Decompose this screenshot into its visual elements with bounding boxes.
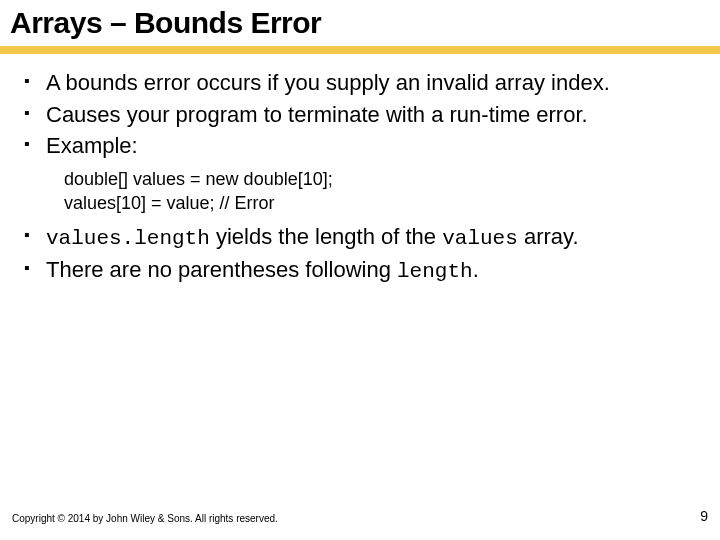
bullet-item: There are no parentheses following lengt… <box>20 255 700 286</box>
bullet-text: array. <box>518 224 579 249</box>
bullet-item: A bounds error occurs if you supply an i… <box>20 68 700 98</box>
code-line: values[10] = value; // Error <box>64 191 700 215</box>
title-wrap: Arrays – Bounds Error <box>0 0 720 40</box>
inline-code: values.length <box>46 227 210 250</box>
slide-body: A bounds error occurs if you supply an i… <box>0 68 720 286</box>
bullet-item: Causes your program to terminate with a … <box>20 100 700 130</box>
footer: Copyright © 2014 by John Wiley & Sons. A… <box>12 508 708 524</box>
bullet-text: yields the length of the <box>210 224 442 249</box>
slide-title: Arrays – Bounds Error <box>10 6 710 40</box>
inline-code: values <box>442 227 518 250</box>
slide: Arrays – Bounds Error A bounds error occ… <box>0 0 720 540</box>
title-underline <box>0 46 720 54</box>
page-number: 9 <box>700 508 708 524</box>
copyright-text: Copyright © 2014 by John Wiley & Sons. A… <box>12 513 278 524</box>
code-line: double[] values = new double[10]; <box>64 167 700 191</box>
bullet-list-bottom: values.length yields the length of the v… <box>20 222 700 287</box>
bullet-item: Example: <box>20 131 700 161</box>
code-block: double[] values = new double[10]; values… <box>20 163 700 222</box>
bullet-list-top: A bounds error occurs if you supply an i… <box>20 68 700 161</box>
bullet-item: values.length yields the length of the v… <box>20 222 700 253</box>
inline-code: length <box>397 260 473 283</box>
bullet-text: There are no parentheses following <box>46 257 397 282</box>
bullet-text: . <box>473 257 479 282</box>
